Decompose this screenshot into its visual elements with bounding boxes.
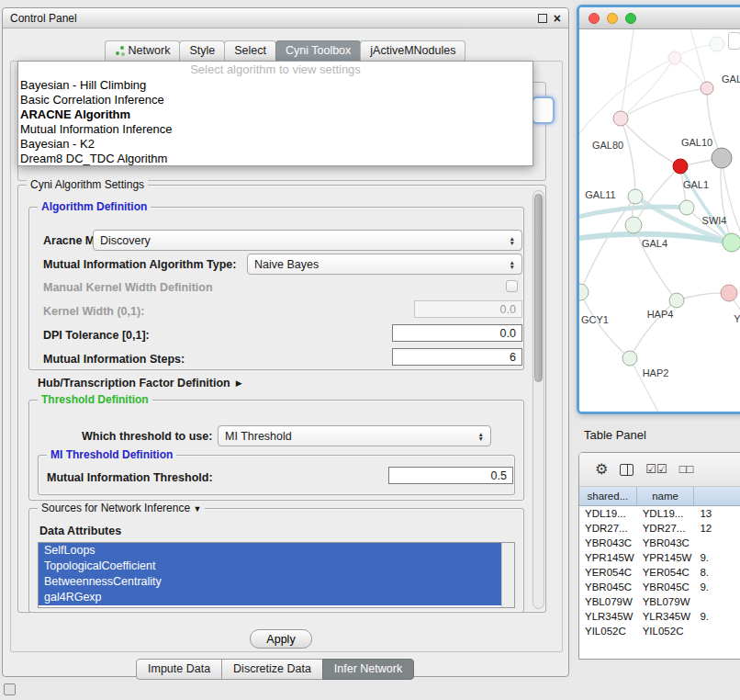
tab-style[interactable]: Style — [179, 40, 225, 61]
zoom-traffic-icon[interactable] — [625, 13, 636, 24]
close-traffic-icon[interactable] — [589, 13, 600, 24]
sources-title: Sources for Network Inference — [41, 502, 190, 514]
table-row[interactable]: YDL19...YDL19...13 — [579, 506, 740, 521]
mi-type-select[interactable]: Naive Bayes ▲ ▼ — [247, 254, 522, 275]
table-body: YDL19...YDL19...13YDR27...YDR27...12YBR0… — [579, 506, 740, 638]
network-node-y[interactable] — [721, 285, 737, 301]
network-edge — [580, 292, 630, 358]
network-node-hap2[interactable] — [622, 351, 637, 366]
scrollbar-thumb[interactable] — [534, 194, 543, 382]
desktop: { "ui": { "combo_up": "▲", "combo_down":… — [0, 0, 740, 700]
aracne-mode-select[interactable]: Discovery ▲ ▼ — [93, 230, 522, 251]
data-attributes-list: SelfLoopsTopologicalCoefficientBetweenne… — [38, 542, 515, 608]
network-window-titlebar[interactable] — [579, 7, 740, 29]
network-node-gal80[interactable] — [613, 111, 628, 126]
which-threshold-select[interactable]: MI Threshold ▲ ▼ — [218, 425, 491, 446]
network-node-gal[interactable] — [701, 82, 713, 95]
tab-impute-data[interactable]: Impute Data — [136, 659, 222, 680]
network-edge — [621, 119, 680, 166]
table-row[interactable]: YDR27...YDR27...12 — [579, 521, 740, 536]
network-canvas[interactable]: GAL80GALGAL10GAL1GAL11SWI4GAL4GCY1HAP4HA… — [579, 29, 740, 412]
table-row[interactable]: YER054CYER054C8. — [579, 565, 740, 580]
column-header-2[interactable] — [694, 487, 740, 505]
minimize-traffic-icon[interactable] — [607, 13, 618, 24]
algorithm-option-dream8-dc-tdc-algorithm[interactable]: Dream8 DC_TDC Algorithm — [18, 152, 533, 166]
node-label-swi4: SWI4 — [702, 215, 727, 226]
data-attribute-item-selfloops[interactable]: SelfLoops — [39, 543, 502, 559]
gear-icon[interactable]: ⚙ — [595, 462, 608, 477]
chevron-down-icon: ▼ — [193, 504, 201, 514]
settings-scrollbar[interactable] — [533, 190, 544, 609]
control-panel-titlebar[interactable]: Control Panel × — [3, 8, 568, 28]
table-cell: 9. — [694, 581, 740, 593]
column-header-shared-[interactable]: shared... — [579, 487, 637, 505]
data-attribute-item-gal4rgexp[interactable]: gal4RGexp — [39, 590, 502, 605]
table-row[interactable]: YIL052CYIL052C — [579, 624, 740, 638]
apply-button[interactable]: Apply — [250, 629, 312, 649]
node-label-gal1: GAL1 — [683, 179, 709, 190]
network-edge — [621, 119, 635, 197]
sources-toggle[interactable]: Sources for Network Inference ▼ — [38, 502, 205, 514]
table-cell: YDR27... — [637, 523, 695, 534]
close-icon[interactable]: × — [554, 13, 561, 24]
network-node[interactable] — [679, 200, 694, 215]
network-node[interactable] — [710, 37, 724, 51]
mi-steps-field[interactable]: 6 — [392, 348, 522, 366]
tab-select[interactable]: Select — [224, 40, 276, 61]
table-row[interactable]: YBR043CYBR043C — [579, 536, 740, 550]
tab-network[interactable]: Network — [105, 40, 181, 61]
network-node-swi4[interactable] — [723, 233, 740, 252]
table-row[interactable]: YBL079WYBL079W — [579, 594, 740, 609]
data-attribute-item-betweennesscentrality[interactable]: BetweennessCentrality — [39, 574, 502, 590]
network-view-window: GAL80GALGAL10GAL1GAL11SWI4GAL4GCY1HAP4HA… — [577, 5, 740, 414]
columns-icon[interactable] — [620, 464, 633, 476]
network-node-gal10[interactable] — [712, 148, 732, 168]
table-row[interactable]: YLR345WYLR345W9. — [579, 609, 740, 624]
table-cell: YLR345W — [579, 611, 637, 622]
network-node-hap4[interactable] — [669, 293, 684, 308]
table-panel-window: ⚙☑☑□□ shared...name YDL19...YDL19...13YD… — [578, 452, 740, 660]
network-icon — [115, 46, 125, 56]
network-edge — [579, 58, 675, 140]
dpi-tolerance-field[interactable]: 0.0 — [392, 324, 522, 342]
data-attribute-item-topologicalcoefficient[interactable]: TopologicalCoefficient — [39, 559, 502, 574]
network-node-gal11[interactable] — [628, 189, 643, 204]
algorithm-combo-fragment[interactable] — [532, 96, 555, 124]
algorithm-option-aracne-algorithm[interactable]: ARACNE Algorithm — [18, 107, 533, 122]
algorithm-dropdown-popup: Select algorithm to view settings Bayesi… — [17, 61, 533, 166]
table-cell: 9. — [694, 611, 740, 622]
combo-arrows-icon: ▲ ▼ — [510, 236, 515, 245]
algorithm-option-basic-correlation-inference[interactable]: Basic Correlation Inference — [18, 93, 533, 107]
network-node-gcy1[interactable] — [579, 284, 589, 300]
table-cell: YIL052C — [579, 626, 637, 637]
table-cell: YDL19... — [579, 508, 637, 519]
hub-definition-toggle[interactable]: Hub/Transcription Factor Definition ▶ — [38, 377, 242, 390]
mi-threshold-field[interactable]: 0.5 — [388, 467, 513, 484]
table-cell: YBR043C — [637, 537, 695, 548]
algorithm-option-mutual-information-inference[interactable]: Mutual Information Inference — [18, 122, 533, 137]
tab-jactivemnodules[interactable]: jActiveMNodules — [360, 40, 465, 61]
column-header-name[interactable]: name — [637, 487, 695, 505]
tab-label: jActiveMNodules — [370, 41, 455, 61]
table-row[interactable]: YBR045CYBR045C9. — [579, 580, 740, 594]
tab-infer-network[interactable]: Infer Network — [322, 659, 414, 680]
combo-down-icon: ▼ — [510, 265, 515, 269]
tab-label: Network — [129, 41, 171, 61]
network-node-gal4[interactable] — [625, 217, 642, 233]
select-checked-icon[interactable]: ☑☑ — [645, 462, 667, 477]
algorithm-option-bayesian-hill-climbing[interactable]: Bayesian - Hill Climbing — [18, 78, 533, 93]
list-scrollbar[interactable] — [501, 543, 514, 607]
aracne-mode-value: Discovery — [100, 234, 151, 247]
docked-panel-icon[interactable] — [4, 683, 16, 695]
network-node[interactable] — [668, 51, 681, 64]
combo-arrows-icon: ▲ ▼ — [478, 432, 484, 441]
float-window-icon[interactable] — [538, 14, 547, 23]
canvas-tool-overlay[interactable] — [728, 32, 740, 50]
table-toolbar: ⚙☑☑□□ — [579, 453, 740, 487]
tab-cyni-toolbox[interactable]: Cyni Toolbox — [275, 40, 361, 61]
network-node-gal1[interactable] — [673, 159, 688, 174]
table-row[interactable]: YPR145WYPR145W9. — [579, 550, 740, 565]
algorithm-option-bayesian-k2[interactable]: Bayesian - K2 — [18, 137, 533, 152]
tab-discretize-data[interactable]: Discretize Data — [221, 659, 323, 680]
select-unchecked-icon[interactable]: □□ — [679, 462, 694, 477]
